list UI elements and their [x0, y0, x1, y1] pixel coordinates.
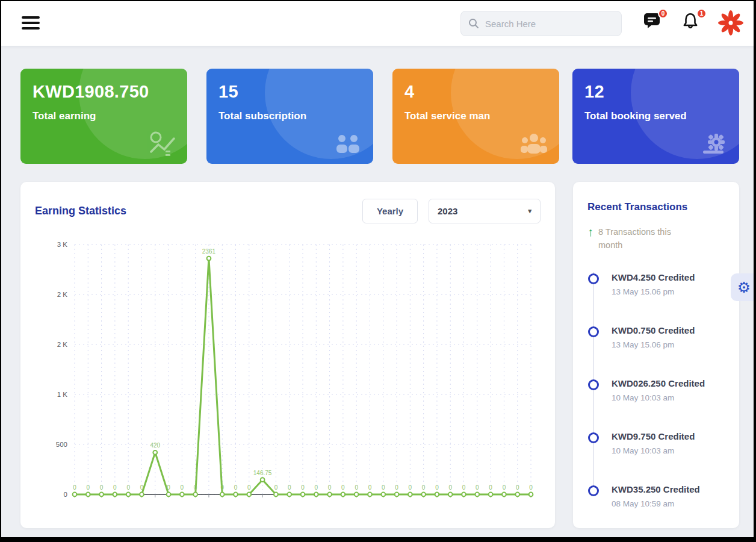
line-chart-svg: 05001 K2 K2 K3 K0000004200002361000146.7…	[33, 232, 544, 516]
svg-text:0: 0	[382, 484, 385, 491]
svg-text:2361: 2361	[202, 248, 216, 255]
recent-transactions-title: Recent Transactions	[587, 201, 687, 213]
svg-text:420: 420	[150, 442, 160, 449]
svg-text:0: 0	[87, 484, 90, 491]
earning-statistics-title: Earning Statistics	[35, 205, 126, 217]
chevron-down-icon: ▾	[528, 207, 531, 215]
transaction-amount: KWD9.750 Credited	[612, 431, 695, 441]
year-dropdown-value: 2023	[438, 206, 457, 216]
notifications-button[interactable]: 1	[681, 12, 703, 34]
top-bar: 0 1	[1, 1, 754, 46]
svg-text:0: 0	[100, 484, 104, 491]
stat-card-total-subscription: 15 Total subscription	[206, 69, 373, 164]
period-yearly-button[interactable]: Yearly	[362, 199, 418, 223]
svg-text:0: 0	[140, 484, 144, 491]
brand-logo[interactable]	[717, 10, 744, 36]
svg-text:3 K: 3 K	[57, 241, 68, 248]
messages-button[interactable]: 0	[643, 12, 665, 34]
settings-fab[interactable]: ⚙	[731, 273, 756, 301]
svg-text:0: 0	[73, 484, 76, 491]
svg-text:0: 0	[64, 491, 67, 498]
earning-chart: 05001 K2 K2 K3 K0000004200002361000146.7…	[33, 232, 544, 518]
stat-label: Total subscription	[218, 110, 361, 122]
stat-card-total-earning: KWD1908.750 Total earning	[20, 69, 187, 164]
svg-text:0: 0	[126, 484, 130, 491]
transaction-amount: KWD35.250 Credited	[612, 484, 700, 494]
svg-text:0: 0	[274, 484, 278, 491]
svg-text:0: 0	[328, 484, 332, 491]
svg-text:0: 0	[529, 484, 533, 491]
svg-text:0: 0	[220, 484, 224, 491]
svg-text:0: 0	[301, 484, 305, 491]
timeline-dot-icon	[588, 326, 599, 337]
subscription-people-icon	[333, 132, 362, 157]
stat-value: KWD1908.750	[33, 82, 175, 102]
svg-text:2 K: 2 K	[57, 341, 68, 348]
svg-text:1 K: 1 K	[57, 391, 68, 398]
stat-value: 15	[218, 82, 361, 102]
transactions-summary: ↑ 8 Transactions this month	[587, 225, 720, 252]
svg-text:0: 0	[462, 484, 466, 491]
earning-chart-icon	[149, 131, 176, 157]
svg-text:2 K: 2 K	[57, 291, 68, 298]
year-dropdown[interactable]: 2023 ▾	[429, 199, 541, 223]
transaction-time: 10 May 10:03 am	[612, 446, 674, 455]
svg-text:0: 0	[516, 484, 519, 491]
svg-text:0: 0	[422, 484, 426, 491]
transaction-amount: KWD0.750 Credited	[612, 325, 695, 335]
search-box	[460, 11, 622, 36]
svg-text:0: 0	[409, 484, 412, 491]
transaction-time: 13 May 15.06 pm	[612, 287, 674, 296]
hamburger-menu-icon[interactable]	[22, 16, 40, 31]
stat-label: Total service man	[404, 110, 547, 122]
timeline-dot-icon	[588, 485, 599, 496]
svg-text:0: 0	[395, 484, 398, 491]
earning-statistics-panel: Earning Statistics Yearly 2023 ▾ 05001 K…	[20, 182, 555, 528]
svg-text:0: 0	[355, 484, 358, 491]
flower-logo-icon	[717, 10, 744, 36]
stat-card-total-booking-served: 12 Total booking served	[572, 69, 739, 164]
transaction-row: KWD35.250 Credited 08 May 10:59 am	[573, 484, 739, 520]
stat-label: Total earning	[33, 110, 175, 122]
svg-text:0: 0	[194, 484, 197, 491]
search-input[interactable]	[485, 19, 614, 29]
transaction-time: 10 May 10:03 am	[612, 393, 674, 402]
stat-label: Total booking served	[584, 110, 727, 122]
transactions-summary-text: 8 Transactions this month	[598, 225, 689, 252]
booking-gear-icon	[701, 130, 728, 157]
svg-text:0: 0	[448, 484, 452, 491]
timeline-dot-icon	[588, 379, 599, 390]
app-window: 0 1	[0, 0, 756, 542]
transaction-row: KWD0.750 Credited 13 May 15.06 pm	[573, 325, 739, 361]
svg-text:0: 0	[288, 484, 291, 491]
stat-value: 12	[584, 82, 727, 102]
svg-text:0: 0	[181, 484, 184, 491]
transaction-amount: KWD4.250 Credited	[612, 272, 695, 282]
transaction-time: 13 May 15.06 pm	[612, 340, 674, 349]
svg-text:0: 0	[113, 484, 117, 491]
transaction-row: KWD4.250 Credited 13 May 15.06 pm	[573, 272, 739, 308]
settings-gear-icon: ⚙	[737, 279, 751, 296]
arrow-up-icon: ↑	[587, 225, 593, 252]
stat-value: 4	[404, 82, 547, 102]
svg-text:0: 0	[435, 484, 439, 491]
svg-text:0: 0	[476, 484, 479, 491]
stat-card-total-service-man: 4 Total service man	[392, 69, 559, 164]
transaction-amount: KWD026.250 Credited	[612, 378, 705, 388]
svg-text:0: 0	[167, 484, 170, 491]
svg-text:0: 0	[503, 484, 506, 491]
transaction-row: KWD9.750 Credited 10 May 10:03 am	[573, 431, 739, 467]
svg-text:0: 0	[247, 484, 251, 491]
transaction-time: 08 May 10:59 am	[612, 499, 674, 508]
recent-transactions-panel: Recent Transactions ↑ 8 Transactions thi…	[573, 182, 739, 528]
svg-text:0: 0	[368, 484, 372, 491]
svg-text:500: 500	[56, 441, 67, 448]
transaction-row: KWD026.250 Credited 10 May 10:03 am	[573, 378, 739, 414]
notifications-badge: 1	[696, 8, 707, 19]
timeline-dot-icon	[588, 273, 599, 284]
svg-text:0: 0	[341, 484, 345, 491]
timeline-dot-icon	[588, 432, 599, 443]
svg-text:0: 0	[234, 484, 238, 491]
search-icon	[468, 18, 479, 29]
svg-text:0: 0	[315, 484, 318, 491]
